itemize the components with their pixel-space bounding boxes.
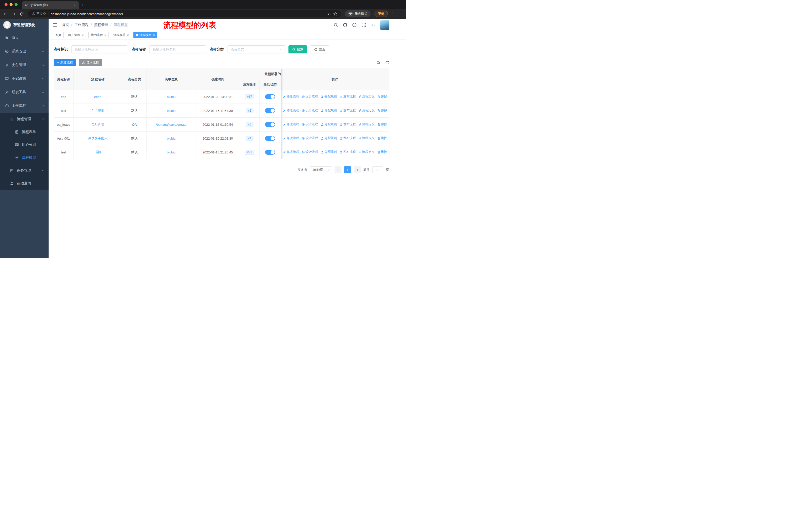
zoom-window-button[interactable] [14, 3, 18, 6]
modify-process-link[interactable]: 修改流程 [283, 108, 299, 113]
publish-process-link[interactable]: 发布流程 [340, 136, 356, 140]
app-logo[interactable]: 芋道管理系统 [0, 19, 49, 31]
back-icon[interactable] [2, 10, 9, 18]
password-key-icon[interactable] [327, 12, 331, 16]
sidebar-item-leave-query[interactable]: 请假查询 [0, 177, 49, 190]
process-definition-link[interactable]: 流程定义 [358, 94, 375, 99]
goto-page-input[interactable] [372, 166, 383, 173]
sidebar-item-dev-tools[interactable]: 研发工具 [0, 85, 49, 99]
page-1-button[interactable]: 1 [344, 166, 351, 173]
new-tab-button[interactable]: + [79, 1, 87, 9]
minimize-window-button[interactable] [9, 3, 12, 6]
form-info-link[interactable]: biubiu [167, 137, 176, 140]
tag-tenant-management[interactable]: 租户管理 × [66, 32, 86, 38]
browser-menu-icon[interactable]: ⋮ [390, 11, 395, 16]
delete-link[interactable]: 删除 [377, 108, 387, 113]
breadcrumb-item-workflow[interactable]: 工作流程 [75, 23, 92, 27]
address-bar[interactable]: 不安全 dashboard.yudao.iocoder.cn/bpm/manag… [28, 10, 341, 18]
sidebar-item-user-group[interactable]: 用户分组 [0, 138, 49, 151]
publish-process-link[interactable]: 发布流程 [340, 150, 356, 154]
github-icon[interactable] [343, 23, 347, 27]
sidebar-item-process-model[interactable]: 流程模型 [0, 151, 49, 164]
process-name-input[interactable] [149, 45, 206, 53]
sidebar-item-infrastructure[interactable]: 基础设施 [0, 72, 49, 85]
process-definition-link[interactable]: 流程定义 [358, 150, 375, 154]
form-info-link[interactable]: biubiu [167, 151, 176, 154]
modify-process-link[interactable]: 修改流程 [283, 122, 299, 127]
assign-rule-link[interactable]: 分配规则 [321, 136, 337, 140]
sidebar-item-process-form[interactable]: 流程表单 [0, 126, 49, 138]
close-window-button[interactable] [4, 3, 7, 6]
close-icon[interactable]: × [153, 33, 155, 37]
process-id-input[interactable] [71, 45, 128, 53]
design-process-link[interactable]: 设计流程 [302, 150, 318, 154]
refresh-table-icon[interactable] [385, 61, 389, 65]
design-process-link[interactable]: 设计流程 [302, 108, 318, 113]
user-avatar[interactable] [380, 20, 389, 30]
sidebar-item-system-management[interactable]: 系统管理 [0, 45, 49, 58]
close-icon[interactable]: × [82, 33, 84, 37]
active-toggle[interactable] [265, 94, 275, 99]
modify-process-link[interactable]: 修改流程 [283, 136, 299, 140]
tag-my-process[interactable]: 我的流程 × [88, 32, 109, 38]
forward-icon[interactable] [10, 10, 17, 18]
sidebar-item-task-management[interactable]: 任务管理 [0, 164, 49, 177]
design-process-link[interactable]: 设计流程 [302, 122, 318, 127]
import-process-button[interactable]: 导入流程 [79, 59, 102, 66]
process-name-link[interactable]: 自己审批 [91, 109, 105, 112]
delete-link[interactable]: 删除 [377, 94, 387, 99]
search-button[interactable]: 搜索 [288, 45, 307, 53]
design-process-link[interactable]: 设计流程 [302, 136, 318, 140]
search-icon[interactable] [334, 23, 338, 27]
close-icon[interactable]: × [127, 33, 129, 37]
sidebar-item-payment-management[interactable]: ¥ 支付管理 [0, 58, 49, 72]
publish-process-link[interactable]: 发布流程 [340, 94, 356, 99]
delete-link[interactable]: 删除 [377, 150, 387, 154]
breadcrumb-item-home[interactable]: 首页 [62, 23, 72, 27]
assign-rule-link[interactable]: 分配规则 [321, 150, 337, 154]
page-size-select[interactable]: 10条/页 [310, 166, 332, 173]
form-info-link[interactable]: /bpm/oa/leave/create [156, 123, 186, 127]
fullscreen-icon[interactable] [361, 23, 366, 27]
sidebar-collapse-icon[interactable] [53, 22, 58, 27]
toggle-search-icon[interactable] [377, 61, 381, 65]
publish-process-link[interactable]: 发布流程 [340, 108, 356, 113]
process-definition-link[interactable]: 流程定义 [358, 108, 375, 113]
close-icon[interactable]: × [105, 33, 107, 37]
tag-process-form[interactable]: 流程表单 × [111, 32, 132, 38]
publish-process-link[interactable]: 发布流程 [340, 122, 356, 127]
assign-rule-link[interactable]: 分配规则 [321, 94, 337, 99]
reset-button[interactable]: 重置 [310, 45, 329, 53]
delete-link[interactable]: 删除 [377, 122, 387, 127]
tag-home[interactable]: 首页 [53, 32, 64, 38]
bookmark-star-icon[interactable] [333, 12, 337, 16]
url-text[interactable]: dashboard.yudao.iocoder.cn/bpm/manager/m… [51, 12, 325, 16]
security-warning[interactable]: 不安全 [32, 12, 49, 16]
close-tab-icon[interactable]: × [72, 3, 77, 7]
sidebar-item-workflow[interactable]: 工作流程 [0, 99, 49, 113]
process-category-select[interactable]: 流程分类 [228, 45, 285, 53]
active-toggle[interactable] [265, 136, 275, 141]
modify-process-link[interactable]: 修改流程 [283, 150, 299, 154]
form-info-link[interactable]: biubiu [167, 95, 176, 99]
assign-rule-link[interactable]: 分配规则 [321, 122, 337, 127]
active-toggle[interactable] [265, 150, 275, 155]
browser-tab[interactable]: 芋道管理系统 × [22, 1, 79, 9]
create-process-button[interactable]: + 新建流程 [54, 59, 76, 66]
help-icon[interactable] [352, 23, 357, 27]
modify-process-link[interactable]: 修改流程 [283, 94, 299, 99]
assign-rule-link[interactable]: 分配规则 [321, 108, 337, 113]
sidebar-item-process-management[interactable]: 流程管理 [0, 113, 49, 126]
delete-link[interactable]: 删除 [377, 136, 387, 140]
prev-page-button[interactable] [335, 166, 342, 173]
process-name-link[interactable]: OA 请假 [92, 123, 104, 126]
active-toggle[interactable] [265, 122, 275, 127]
update-button[interactable]: 更新 [375, 10, 388, 17]
process-definition-link[interactable]: 流程定义 [358, 122, 375, 127]
form-info-link[interactable]: biubiu [167, 109, 176, 113]
reload-icon[interactable] [18, 10, 25, 18]
breadcrumb-item-process-management[interactable]: 流程管理 [94, 23, 112, 27]
design-process-link[interactable]: 设计流程 [302, 94, 318, 99]
process-name-link[interactable]: 测试多审批人 [88, 136, 108, 140]
next-page-button[interactable] [354, 166, 361, 173]
